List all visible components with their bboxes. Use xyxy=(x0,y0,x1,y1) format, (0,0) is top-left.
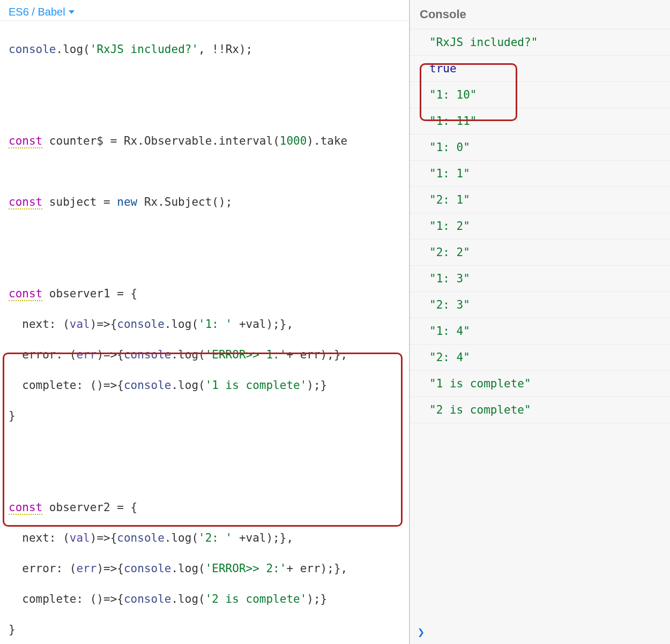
console-title: Console xyxy=(410,0,670,29)
console-value: "1: 4" xyxy=(429,325,470,338)
console-value: "1: 11" xyxy=(429,115,477,128)
console-value: "1: 1" xyxy=(429,167,470,180)
console-value: "1: 3" xyxy=(429,272,470,285)
console-row: "1: 10" xyxy=(410,82,670,108)
console-row: true xyxy=(410,56,670,82)
console-row: "1: 0" xyxy=(410,134,670,161)
language-label: ES6 / Babel xyxy=(9,6,65,18)
code-editor[interactable]: console.log('RxJS included?', !!Rx); con… xyxy=(0,21,409,644)
console-row: "2: 1" xyxy=(410,187,670,213)
console-value: "1 is complete" xyxy=(429,377,531,390)
console-value: "2: 1" xyxy=(429,193,470,206)
console-value: "1: 2" xyxy=(429,220,470,233)
console-row: "2: 4" xyxy=(410,345,670,371)
console-row: "2: 3" xyxy=(410,292,670,318)
console-row: "RxJS included?" xyxy=(410,29,670,56)
console-value: "2: 3" xyxy=(429,298,470,311)
console-row: "1: 3" xyxy=(410,266,670,292)
console-value: "1: 10" xyxy=(429,88,477,101)
console-value: "1: 0" xyxy=(429,141,470,154)
chevron-down-icon xyxy=(69,9,75,15)
console-row: "1: 2" xyxy=(410,213,670,239)
console-value: "2: 2" xyxy=(429,246,470,259)
console-row: "1: 11" xyxy=(410,108,670,134)
console-row: "1: 1" xyxy=(410,161,670,187)
console-row: "2 is complete" xyxy=(410,397,670,423)
console-row: "1 is complete" xyxy=(410,371,670,397)
console-pane: Console "RxJS included?"true"1: 10""1: 1… xyxy=(410,0,670,644)
editor-header: ES6 / Babel xyxy=(0,0,409,21)
console-value: "2: 4" xyxy=(429,351,470,364)
console-value: "2 is complete" xyxy=(429,403,531,416)
console-row: "1: 4" xyxy=(410,318,670,345)
console-row: "2: 2" xyxy=(410,239,670,266)
console-output-list[interactable]: "RxJS included?"true"1: 10""1: 11""1: 0"… xyxy=(410,29,670,620)
console-prompt[interactable]: ❯ xyxy=(410,620,670,644)
language-selector[interactable]: ES6 / Babel xyxy=(9,6,75,18)
console-value: "RxJS included?" xyxy=(429,36,538,49)
editor-pane: ES6 / Babel console.log('RxJS included?'… xyxy=(0,0,410,644)
console-value: true xyxy=(429,62,457,75)
